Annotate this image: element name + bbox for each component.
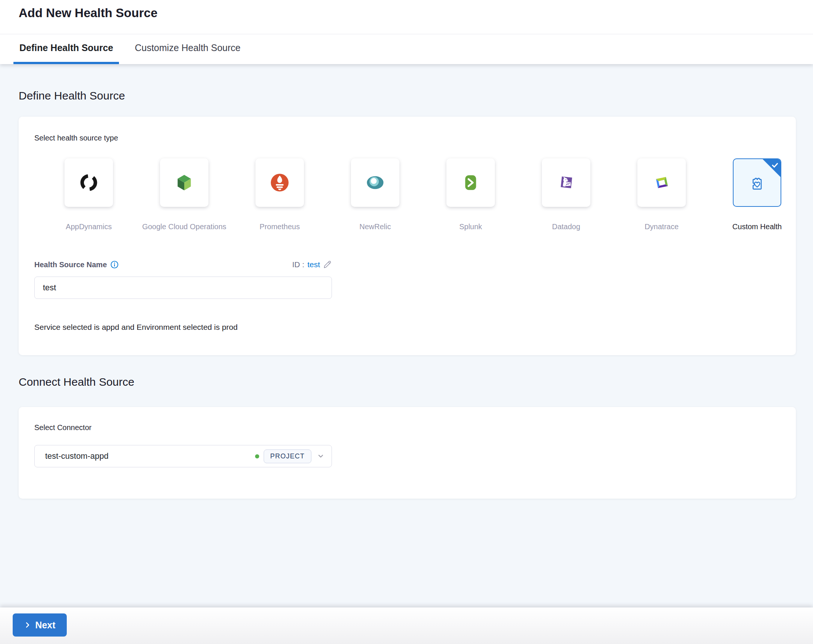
health-source-name-label: Health Source Name: [34, 260, 118, 269]
dynatrace-icon: [652, 173, 671, 192]
health-source-name-row: Health Source Name ID : test: [34, 260, 332, 269]
chevron-right-icon: [24, 621, 31, 629]
select-source-type-label: Select health source type: [34, 134, 118, 142]
source-type-splunk[interactable]: Splunk: [446, 158, 495, 231]
source-type-prometheus[interactable]: Prometheus: [255, 158, 304, 231]
page-title: Add New Health Source: [18, 6, 157, 20]
page-header: Add New Health Source Define Health Sour…: [0, 0, 813, 64]
source-type-label: AppDynamics: [66, 222, 112, 231]
connector-status-dot: [255, 454, 259, 458]
define-section-heading: Define Health Source: [18, 89, 125, 102]
check-icon: [771, 161, 779, 169]
datadog-icon: [557, 173, 575, 192]
tab-define-health-source[interactable]: Define Health Source: [14, 34, 119, 64]
connector-select[interactable]: test-custom-appd PROJECT: [34, 445, 332, 467]
define-health-source-card: Select health source type AppDynamics: [18, 117, 796, 355]
edit-id-pencil-icon[interactable]: [323, 260, 332, 269]
select-connector-label: Select Connector: [34, 424, 91, 432]
tab-customize-health-source[interactable]: Customize Health Source: [129, 34, 246, 64]
health-source-name-input[interactable]: [34, 277, 332, 299]
source-type-label: NewRelic: [359, 222, 391, 231]
service-environment-note: Service selected is appd and Environment…: [34, 323, 238, 332]
google-cloud-operations-icon: [175, 173, 193, 192]
id-value: test: [307, 260, 320, 269]
source-type-label: Dynatrace: [644, 222, 678, 231]
connect-section-heading: Connect Health Source: [18, 376, 134, 389]
splunk-icon: [461, 173, 480, 192]
appdynamics-icon: [80, 173, 98, 192]
source-type-custom-health[interactable]: Custom Health: [733, 158, 781, 231]
next-button-label: Next: [35, 620, 55, 630]
footer-bar: Next: [0, 607, 813, 644]
source-type-google-cloud-operations[interactable]: Google Cloud Operations: [160, 158, 209, 231]
id-label: ID :: [292, 260, 304, 269]
source-type-label: Google Cloud Operations: [142, 222, 226, 231]
connector-scope-badge: PROJECT: [264, 450, 311, 463]
next-button[interactable]: Next: [13, 613, 67, 636]
id-group: ID : test: [292, 260, 332, 269]
source-type-label: Custom Health: [732, 222, 782, 231]
newrelic-icon: [365, 173, 385, 192]
tab-bar: Define Health Source Customize Health So…: [14, 34, 247, 64]
prometheus-icon: [270, 173, 289, 192]
source-type-datadog[interactable]: Datadog: [542, 158, 591, 231]
source-type-label: Splunk: [459, 222, 482, 231]
source-type-label: Datadog: [552, 222, 580, 231]
source-type-dynatrace[interactable]: Dynatrace: [637, 158, 686, 231]
source-type-tiles: AppDynamics Google Cloud Operations: [18, 158, 796, 231]
source-type-newrelic[interactable]: NewRelic: [351, 158, 399, 231]
info-icon[interactable]: [110, 260, 118, 269]
connect-health-source-card: Select Connector test-custom-appd PROJEC…: [18, 407, 796, 499]
connector-name: test-custom-appd: [45, 451, 109, 461]
source-type-appdynamics[interactable]: AppDynamics: [64, 158, 113, 231]
chevron-down-icon: [316, 451, 325, 461]
source-type-label: Prometheus: [259, 222, 300, 231]
